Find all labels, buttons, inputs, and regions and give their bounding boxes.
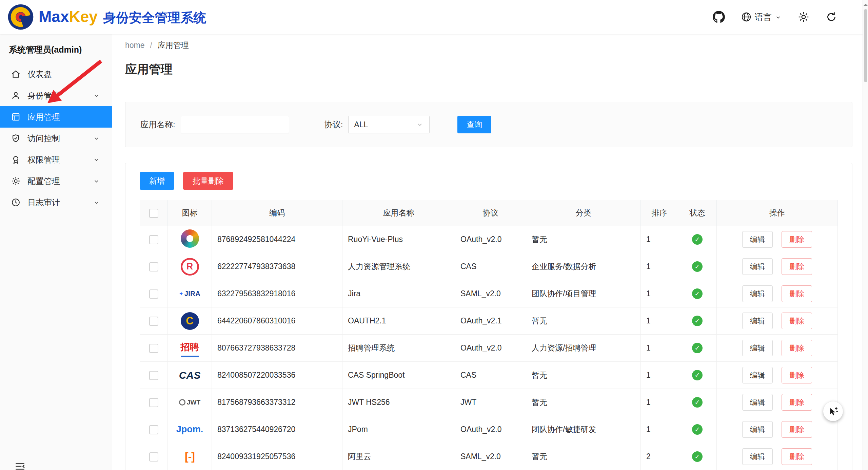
app-protocol: CAS [455,253,526,280]
edit-button[interactable]: 编辑 [742,421,773,438]
delete-button[interactable]: 删除 [782,421,812,438]
status-active-icon [692,288,703,299]
column-header: 状态 [678,200,717,226]
edit-button[interactable]: 编辑 [742,340,773,356]
app-name-input[interactable] [181,116,289,133]
sidebar-item-audit-log[interactable]: 日志审计 [0,192,112,213]
search-button[interactable]: 查询 [457,116,491,133]
table-row: [-] 824009331925057536 阿里云 SAML_v2.0 暂无 … [140,443,838,470]
sidebar-item-permissions[interactable]: 权限管理 [0,149,112,170]
delete-button[interactable]: 删除 [782,231,812,248]
select-all-checkbox[interactable] [149,209,158,218]
row-actions-cell: 编辑 删除 [717,226,838,253]
row-checkbox[interactable] [149,317,158,326]
app-icon-cell: JWT [168,389,212,416]
settings-icon[interactable] [797,11,810,23]
row-checkbox-cell [140,307,168,335]
page-scrollbar[interactable] [863,0,868,470]
delete-button[interactable]: 删除 [782,313,812,329]
sidebar-collapse-icon[interactable] [14,460,26,470]
column-header: 操作 [717,200,838,226]
protocol-select[interactable]: ALL [348,116,430,133]
delete-button[interactable]: 删除 [782,367,812,383]
row-checkbox[interactable] [149,289,158,299]
add-button[interactable]: 新增 [140,172,174,190]
app-name: CAS SpringBoot [342,362,455,389]
row-actions-cell: 编辑 删除 [717,280,838,307]
app-protocol: OAuth_v2.0 [455,416,526,443]
app-name: Jira [342,280,455,307]
app-icon-cell: R [168,253,212,280]
app-status-cell [678,335,717,362]
edit-button[interactable]: 编辑 [742,448,773,465]
edit-button[interactable]: 编辑 [742,367,773,383]
delete-button[interactable]: 删除 [782,340,812,356]
delete-button[interactable]: 删除 [782,394,812,411]
person-icon [11,91,21,100]
column-header: 分类 [526,200,641,226]
breadcrumb-home[interactable]: home [125,41,145,50]
table-row: JIRA 632279563832918016 Jira SAML_v2.0 团… [140,280,838,307]
app-logo-icon: JIRA [179,285,200,303]
row-checkbox[interactable] [149,371,158,380]
row-checkbox[interactable] [149,425,158,434]
row-checkbox-cell [140,280,168,307]
app-status-cell [678,389,717,416]
breadcrumb-separator: / [150,41,152,50]
app-category: 暂无 [526,362,641,389]
select-all-header [140,200,168,226]
shield-check-icon [11,133,21,143]
row-actions-cell: 编辑 删除 [717,307,838,335]
app-icon-cell: JIRA [168,280,212,307]
refresh-icon[interactable] [825,11,837,23]
brand-title: MaxKey 身份安全管理系统 [39,7,206,26]
apps-icon [11,112,21,122]
app-code: 644220607860310016 [212,307,342,335]
delete-button[interactable]: 删除 [782,285,812,302]
edit-button[interactable]: 编辑 [742,313,773,329]
app-sort: 1 [641,335,678,362]
sidebar-item-dashboard[interactable]: 仪表盘 [0,63,112,85]
sidebar-item-identity[interactable]: 身份管理 [0,85,112,106]
protocol-filter-label: 协议: [324,119,343,130]
row-checkbox[interactable] [149,398,158,407]
delete-button[interactable]: 删除 [782,258,812,275]
app-icon-cell [168,226,212,253]
row-actions-cell: 编辑 删除 [717,443,838,470]
sidebar-item-configuration[interactable]: 配置管理 [0,170,112,192]
brand-subtitle: 身份安全管理系统 [103,11,206,25]
scrollbar-up-arrow-icon[interactable] [864,2,868,6]
scrollbar-thumb[interactable] [864,9,867,82]
batch-delete-button[interactable]: 批量删除 [183,172,233,190]
row-checkbox[interactable] [149,262,158,271]
status-active-icon [692,397,703,408]
app-code: 622227747938373638 [212,253,342,280]
app-name: RuoYi-Vue-Plus [342,226,455,253]
table-header-row: 图标 编码 应用名称 协议 分类 排序 状态 操作 [140,200,838,226]
app-sort: 1 [641,253,678,280]
row-checkbox[interactable] [149,344,158,353]
edit-button[interactable]: 编辑 [742,285,773,302]
brand-max: Max [39,8,69,25]
badge-icon [11,155,21,165]
edit-button[interactable]: 编辑 [742,231,773,248]
brand-key: Key [69,8,97,25]
row-checkbox[interactable] [149,452,158,462]
sidebar-item-access-control[interactable]: 访问控制 [0,128,112,149]
edit-button[interactable]: 编辑 [742,394,773,411]
main-content: home / 应用管理 应用管理 应用名称: 协议: ALL 查询 新增 批量删… [112,34,863,470]
admin-user-label: 系统管理员(admin) [0,34,112,63]
row-checkbox[interactable] [149,235,158,244]
github-icon[interactable] [713,11,725,23]
app-name: OAUTH2.1 [342,307,455,335]
language-menu[interactable]: 语言 [741,11,782,23]
sidebar-item-label: 日志审计 [27,197,60,208]
status-active-icon [692,316,703,326]
row-checkbox-cell [140,389,168,416]
sidebar-item-applications[interactable]: 应用管理 [0,106,112,128]
applications-table: 图标 编码 应用名称 协议 分类 排序 状态 操作 [140,200,838,470]
edit-button[interactable]: 编辑 [742,258,773,275]
delete-button[interactable]: 删除 [782,448,812,465]
sidebar-item-label: 身份管理 [27,90,60,101]
app-status-cell [678,416,717,443]
